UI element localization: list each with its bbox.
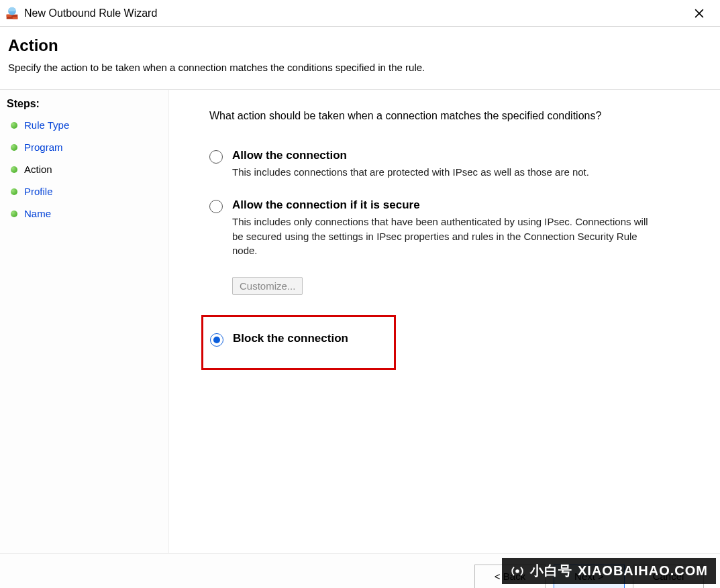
close-button[interactable] xyxy=(684,3,715,24)
highlight-annotation: Block the connection xyxy=(201,315,396,370)
step-action[interactable]: Action xyxy=(0,158,168,180)
page-subtitle: Specify the action to be taken when a co… xyxy=(8,62,712,73)
window-title: New Outbound Rule Wizard xyxy=(24,7,157,19)
option-label: Allow the connection xyxy=(232,149,589,162)
radio-icon xyxy=(209,200,223,213)
content-prompt: What action should be taken when a conne… xyxy=(209,110,689,122)
option-block[interactable]: Block the connection xyxy=(210,332,382,348)
option-allow[interactable]: Allow the connection This includes conne… xyxy=(209,149,689,180)
step-bullet-icon xyxy=(11,188,17,195)
option-desc: This includes connections that are prote… xyxy=(232,165,589,180)
svg-rect-2 xyxy=(13,17,18,19)
step-label: Profile xyxy=(24,186,53,197)
option-label: Allow the connection if it is secure xyxy=(232,198,662,212)
step-profile[interactable]: Profile xyxy=(0,180,168,202)
close-icon xyxy=(695,9,704,18)
step-name[interactable]: Name xyxy=(0,202,168,225)
option-label: Block the connection xyxy=(233,332,348,345)
wizard-header: Action Specify the action to be taken wh… xyxy=(0,27,720,90)
step-program[interactable]: Program xyxy=(0,136,168,158)
steps-heading: Steps: xyxy=(0,94,168,114)
step-label: Program xyxy=(24,141,63,153)
customize-button: Customize... xyxy=(232,277,303,295)
steps-pane: Steps: Rule Type Program Action Profile … xyxy=(0,90,169,553)
step-bullet-icon xyxy=(11,122,17,129)
svg-rect-1 xyxy=(7,14,12,16)
broadcast-icon xyxy=(510,564,525,579)
step-label: Name xyxy=(24,208,51,219)
step-label: Action xyxy=(24,164,52,175)
wizard-content: What action should be taken when a conne… xyxy=(169,90,720,553)
option-desc: This includes only connections that have… xyxy=(232,215,662,258)
option-allow-secure[interactable]: Allow the connection if it is secure Thi… xyxy=(209,198,689,258)
watermark-en: XIAOBAIHAO.COM xyxy=(578,563,708,579)
title-bar: New Outbound Rule Wizard xyxy=(0,0,720,27)
step-label: Rule Type xyxy=(24,119,69,131)
page-heading: Action xyxy=(8,36,712,55)
radio-icon xyxy=(209,150,223,164)
radio-icon xyxy=(210,333,223,347)
step-rule-type[interactable]: Rule Type xyxy=(0,114,168,136)
svg-point-6 xyxy=(515,569,519,573)
step-bullet-icon xyxy=(11,166,17,173)
firewall-icon xyxy=(5,7,19,20)
step-bullet-icon xyxy=(11,144,17,151)
step-bullet-icon xyxy=(11,211,17,217)
watermark-cn: 小白号 xyxy=(530,562,572,580)
watermark: 小白号 XIAOBAIHAO.COM xyxy=(502,558,716,584)
